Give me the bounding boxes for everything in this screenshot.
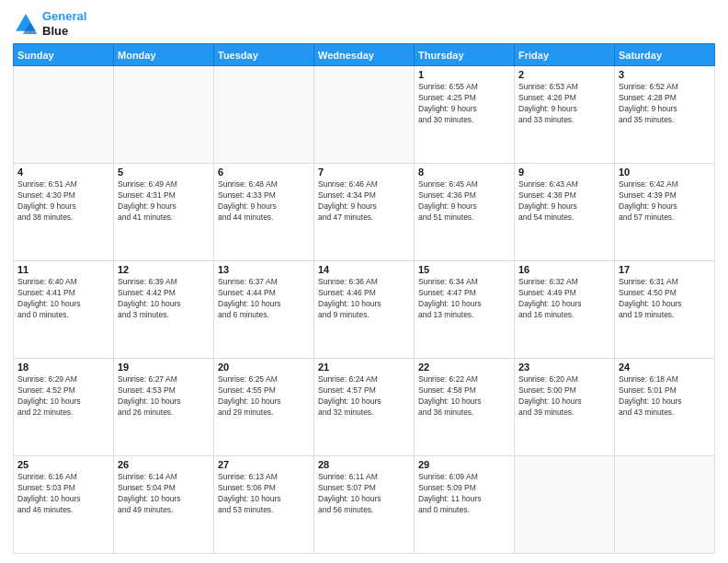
- calendar-cell: 7Sunrise: 6:46 AMSunset: 4:34 PMDaylight…: [314, 164, 415, 261]
- day-number: 12: [118, 264, 210, 275]
- day-number: 5: [118, 167, 210, 178]
- calendar-cell: 24Sunrise: 6:18 AMSunset: 5:01 PMDayligh…: [615, 359, 715, 456]
- day-info: Sunrise: 6:22 AMSunset: 4:58 PMDaylight:…: [418, 374, 510, 419]
- day-info: Sunrise: 6:55 AMSunset: 4:25 PMDaylight:…: [418, 82, 510, 126]
- calendar-cell: 14Sunrise: 6:36 AMSunset: 4:46 PMDayligh…: [314, 261, 415, 359]
- day-number: 14: [318, 264, 410, 275]
- day-number: 18: [17, 362, 109, 373]
- day-number: 22: [418, 362, 510, 373]
- day-number: 17: [619, 264, 711, 275]
- calendar-cell: 22Sunrise: 6:22 AMSunset: 4:58 PMDayligh…: [415, 359, 515, 456]
- day-info: Sunrise: 6:18 AMSunset: 5:01 PMDaylight:…: [619, 374, 711, 419]
- calendar-dow-friday: Friday: [515, 44, 615, 66]
- day-number: 3: [619, 69, 711, 80]
- logo-text: General Blue: [42, 9, 86, 38]
- calendar-cell: [14, 66, 114, 164]
- day-info: Sunrise: 6:16 AMSunset: 5:03 PMDaylight:…: [17, 472, 109, 516]
- logo-icon: [13, 11, 39, 37]
- day-number: 24: [619, 362, 711, 373]
- day-info: Sunrise: 6:11 AMSunset: 5:07 PMDaylight:…: [318, 472, 410, 516]
- calendar-cell: 29Sunrise: 6:09 AMSunset: 5:09 PMDayligh…: [415, 456, 515, 554]
- header: General Blue: [13, 9, 715, 38]
- calendar-cell: 18Sunrise: 6:29 AMSunset: 4:52 PMDayligh…: [14, 359, 114, 456]
- day-number: 20: [218, 362, 310, 373]
- day-info: Sunrise: 6:32 AMSunset: 4:49 PMDaylight:…: [518, 277, 610, 321]
- calendar-cell: 21Sunrise: 6:24 AMSunset: 4:57 PMDayligh…: [314, 359, 415, 456]
- day-number: 16: [518, 264, 610, 275]
- calendar-cell: [615, 456, 715, 554]
- calendar-dow-thursday: Thursday: [415, 44, 515, 66]
- day-info: Sunrise: 6:25 AMSunset: 4:55 PMDaylight:…: [218, 374, 310, 419]
- calendar-header-row: SundayMondayTuesdayWednesdayThursdayFrid…: [14, 44, 715, 66]
- calendar-dow-sunday: Sunday: [14, 44, 114, 66]
- day-number: 27: [218, 459, 310, 470]
- calendar-cell: 19Sunrise: 6:27 AMSunset: 4:53 PMDayligh…: [114, 359, 214, 456]
- day-info: Sunrise: 6:53 AMSunset: 4:26 PMDaylight:…: [518, 82, 610, 126]
- day-number: 6: [218, 167, 310, 178]
- calendar-week-3: 18Sunrise: 6:29 AMSunset: 4:52 PMDayligh…: [14, 359, 715, 456]
- day-number: 13: [218, 264, 310, 275]
- calendar-cell: 8Sunrise: 6:45 AMSunset: 4:36 PMDaylight…: [415, 164, 515, 261]
- calendar-cell: [314, 66, 415, 164]
- day-info: Sunrise: 6:43 AMSunset: 4:38 PMDaylight:…: [518, 179, 610, 224]
- day-info: Sunrise: 6:46 AMSunset: 4:34 PMDaylight:…: [318, 179, 410, 224]
- day-info: Sunrise: 6:36 AMSunset: 4:46 PMDaylight:…: [318, 277, 410, 321]
- calendar-cell: 25Sunrise: 6:16 AMSunset: 5:03 PMDayligh…: [14, 456, 114, 554]
- day-info: Sunrise: 6:27 AMSunset: 4:53 PMDaylight:…: [118, 374, 210, 419]
- calendar-cell: 16Sunrise: 6:32 AMSunset: 4:49 PMDayligh…: [515, 261, 615, 359]
- day-number: 25: [17, 459, 109, 470]
- day-info: Sunrise: 6:13 AMSunset: 5:06 PMDaylight:…: [218, 472, 310, 516]
- day-number: 2: [518, 69, 610, 80]
- day-info: Sunrise: 6:20 AMSunset: 5:00 PMDaylight:…: [518, 374, 610, 419]
- calendar-cell: 9Sunrise: 6:43 AMSunset: 4:38 PMDaylight…: [515, 164, 615, 261]
- calendar-cell: 6Sunrise: 6:48 AMSunset: 4:33 PMDaylight…: [214, 164, 314, 261]
- day-number: 23: [518, 362, 610, 373]
- day-number: 19: [118, 362, 210, 373]
- day-info: Sunrise: 6:49 AMSunset: 4:31 PMDaylight:…: [118, 179, 210, 224]
- calendar-cell: 20Sunrise: 6:25 AMSunset: 4:55 PMDayligh…: [214, 359, 314, 456]
- day-info: Sunrise: 6:31 AMSunset: 4:50 PMDaylight:…: [619, 277, 711, 321]
- calendar-week-4: 25Sunrise: 6:16 AMSunset: 5:03 PMDayligh…: [14, 456, 715, 554]
- day-info: Sunrise: 6:14 AMSunset: 5:04 PMDaylight:…: [118, 472, 210, 516]
- calendar-cell: [114, 66, 214, 164]
- calendar-cell: 10Sunrise: 6:42 AMSunset: 4:39 PMDayligh…: [615, 164, 715, 261]
- day-info: Sunrise: 6:09 AMSunset: 5:09 PMDaylight:…: [418, 472, 510, 516]
- calendar-cell: 3Sunrise: 6:52 AMSunset: 4:28 PMDaylight…: [615, 66, 715, 164]
- calendar-cell: 2Sunrise: 6:53 AMSunset: 4:26 PMDaylight…: [515, 66, 615, 164]
- day-number: 21: [318, 362, 410, 373]
- calendar-cell: 23Sunrise: 6:20 AMSunset: 5:00 PMDayligh…: [515, 359, 615, 456]
- day-number: 7: [318, 167, 410, 178]
- calendar-cell: 15Sunrise: 6:34 AMSunset: 4:47 PMDayligh…: [415, 261, 515, 359]
- calendar-cell: 28Sunrise: 6:11 AMSunset: 5:07 PMDayligh…: [314, 456, 415, 554]
- day-info: Sunrise: 6:40 AMSunset: 4:41 PMDaylight:…: [17, 277, 109, 321]
- day-info: Sunrise: 6:51 AMSunset: 4:30 PMDaylight:…: [17, 179, 109, 224]
- calendar-table: SundayMondayTuesdayWednesdayThursdayFrid…: [13, 43, 715, 554]
- calendar-week-0: 1Sunrise: 6:55 AMSunset: 4:25 PMDaylight…: [14, 66, 715, 164]
- calendar-cell: [214, 66, 314, 164]
- calendar-cell: 26Sunrise: 6:14 AMSunset: 5:04 PMDayligh…: [114, 456, 214, 554]
- day-number: 1: [418, 69, 510, 80]
- day-number: 9: [518, 167, 610, 178]
- calendar-cell: 4Sunrise: 6:51 AMSunset: 4:30 PMDaylight…: [14, 164, 114, 261]
- day-number: 15: [418, 264, 510, 275]
- calendar-dow-wednesday: Wednesday: [314, 44, 415, 66]
- day-info: Sunrise: 6:29 AMSunset: 4:52 PMDaylight:…: [17, 374, 109, 419]
- day-number: 10: [619, 167, 711, 178]
- day-info: Sunrise: 6:42 AMSunset: 4:39 PMDaylight:…: [619, 179, 711, 224]
- calendar-cell: 1Sunrise: 6:55 AMSunset: 4:25 PMDaylight…: [415, 66, 515, 164]
- calendar-cell: 27Sunrise: 6:13 AMSunset: 5:06 PMDayligh…: [214, 456, 314, 554]
- page: General Blue SundayMondayTuesdayWednesda…: [0, 0, 728, 563]
- day-number: 26: [118, 459, 210, 470]
- calendar-week-2: 11Sunrise: 6:40 AMSunset: 4:41 PMDayligh…: [14, 261, 715, 359]
- day-info: Sunrise: 6:39 AMSunset: 4:42 PMDaylight:…: [118, 277, 210, 321]
- logo: General Blue: [13, 9, 86, 38]
- day-info: Sunrise: 6:48 AMSunset: 4:33 PMDaylight:…: [218, 179, 310, 224]
- day-number: 29: [418, 459, 510, 470]
- calendar-dow-monday: Monday: [114, 44, 214, 66]
- day-number: 4: [17, 167, 109, 178]
- calendar-dow-tuesday: Tuesday: [214, 44, 314, 66]
- day-number: 28: [318, 459, 410, 470]
- day-number: 8: [418, 167, 510, 178]
- day-info: Sunrise: 6:45 AMSunset: 4:36 PMDaylight:…: [418, 179, 510, 224]
- calendar-cell: [515, 456, 615, 554]
